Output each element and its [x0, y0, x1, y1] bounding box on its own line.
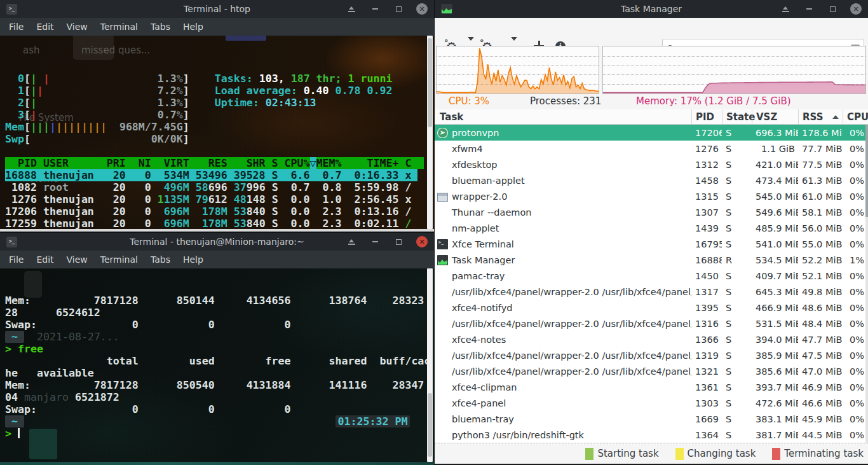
- taskmanager-titlebar[interactable]: Task Manager ✕: [435, 0, 868, 18]
- menu-item[interactable]: File: [3, 254, 30, 265]
- task-name-cell: xfce4-notes: [435, 335, 691, 345]
- shell-titlebar[interactable]: >_ Terminal - thenujan@Minion-manjaro:~ …: [0, 233, 434, 251]
- pid-cell: 1315: [691, 191, 722, 202]
- task-name-cell: xfce4-notifyd: [435, 303, 691, 313]
- minimize-button[interactable]: [369, 3, 381, 15]
- cpu-cell: 0%: [843, 144, 868, 154]
- table-row[interactable]: nm-applet 1439 S 485.9 MiB 56.0 MiB 0%: [435, 220, 868, 236]
- pid-cell: 1312: [691, 160, 722, 170]
- table-row[interactable]: xfce4-notifyd 1395 S 466.9 MiB 48.6 MiB …: [435, 300, 868, 316]
- table-row[interactable]: python3 /usr/bin/redshift-gtk 1364 S 381…: [435, 427, 868, 443]
- menu-item[interactable]: Help: [177, 22, 210, 32]
- task-icon: [437, 255, 448, 265]
- task-table-header: Task PID State VSZ RSS CPU: [435, 109, 868, 125]
- column-header-pid[interactable]: PID: [691, 109, 722, 124]
- desktop-wallpaper: [0, 462, 434, 465]
- cpu-cell: 0%: [843, 128, 868, 138]
- memory-usage-label: Memory: 17% (1.2 GiB / 7.5 GiB): [636, 95, 791, 107]
- shell-menubar: FileEditViewTerminalTabsHelp: [0, 251, 434, 268]
- table-row[interactable]: /usr/lib/xfce4/panel/wrapper-2.0 /usr/li…: [435, 363, 868, 379]
- table-row[interactable]: xfce4-notes 1366 S 394.0 MiB 47.7 MiB 0%: [435, 331, 868, 347]
- state-cell: S: [722, 223, 752, 233]
- table-row[interactable]: /usr/lib/xfce4/panel/wrapper-2.0 /usr/li…: [435, 316, 868, 331]
- table-row[interactable]: xfce4-panel 1303 S 472.6 MiB 46.6 MiB 0%: [435, 395, 868, 411]
- state-cell: S: [722, 319, 752, 329]
- table-row[interactable]: xfwm4 1276 S 1.1 GiB 77.7 MiB 0%: [435, 141, 868, 156]
- ghost-notification-bar: [226, 36, 266, 41]
- task-name-cell: protonvpn: [435, 128, 691, 138]
- rss-cell: 46.6 MiB: [798, 398, 843, 408]
- table-row[interactable]: blueman-tray 1669 S 383.1 MiB 45.9 MiB 0…: [435, 411, 868, 427]
- terminal-window-shell: >_ Terminal - thenujan@Minion-manjaro:~ …: [0, 233, 434, 462]
- htop-titlebar[interactable]: >_ Terminal - htop ✕: [0, 0, 434, 18]
- task-name-cell: python3 /usr/bin/redshift-gtk: [435, 430, 691, 440]
- close-button[interactable]: ✕: [416, 3, 428, 15]
- memory-usage-graph: [602, 46, 866, 94]
- sort-ascending-icon: [832, 115, 839, 119]
- task-table-scrollbar[interactable]: [865, 125, 868, 443]
- menu-item[interactable]: View: [60, 254, 94, 265]
- menu-item[interactable]: Tabs: [144, 254, 177, 265]
- state-cell: S: [722, 287, 752, 297]
- htop-screen[interactable]: ash missed ques... File System Home 0[| …: [0, 36, 434, 229]
- shell-line: 04 manjaro 6521872: [5, 391, 425, 403]
- htop-scrollbar[interactable]: [427, 36, 433, 229]
- task-name-cell: blueman-applet: [435, 176, 691, 186]
- vsz-cell: 381.7 MiB: [752, 430, 798, 440]
- table-row[interactable]: /usr/lib/xfce4/panel/wrapper-2.0 /usr/li…: [435, 284, 868, 300]
- shade-button[interactable]: [346, 236, 357, 247]
- menu-item[interactable]: Help: [177, 254, 210, 265]
- table-row[interactable]: wrapper-2.0 1315 S 545.0 MiB 61.0 MiB 0%: [435, 188, 868, 204]
- task-name-cell: /usr/lib/xfce4/panel/wrapper-2.0 /usr/li…: [435, 350, 691, 361]
- menu-item[interactable]: View: [60, 22, 94, 32]
- menu-item[interactable]: Edit: [30, 254, 60, 265]
- scrollbar-thumb[interactable]: [428, 393, 432, 457]
- window-resize-edge[interactable]: [0, 229, 434, 232]
- column-header-cpu[interactable]: CPU: [843, 109, 868, 124]
- table-row[interactable]: Thunar --daemon 1307 S 549.6 MiB 58.1 Mi…: [435, 204, 868, 220]
- shell-line: ~ 2021-08-27...: [5, 331, 425, 343]
- shell-scrollbar[interactable]: [427, 268, 433, 462]
- table-row[interactable]: protonvpn 17206 S 696.3 MiB 178.6 MiB 0%: [435, 125, 868, 141]
- shade-button[interactable]: [780, 3, 791, 15]
- legend-item: Terminating task: [772, 448, 864, 460]
- vsz-cell: 696.3 MiB: [752, 128, 798, 138]
- maximize-button[interactable]: [827, 3, 838, 15]
- task-name-cell: Thunar --daemon: [435, 207, 691, 218]
- column-header-rss[interactable]: RSS: [798, 109, 843, 124]
- close-button[interactable]: ✕: [850, 3, 862, 15]
- scrollbar-thumb[interactable]: [428, 38, 432, 127]
- table-row[interactable]: blueman-applet 1458 S 473.4 MiB 61.3 MiB…: [435, 172, 868, 188]
- table-row[interactable]: Xfce Terminal 16795 S 541.0 MiB 55.0 MiB…: [435, 236, 868, 252]
- vsz-cell: 549.6 MiB: [752, 207, 798, 218]
- column-header-state[interactable]: State: [722, 109, 752, 124]
- shade-button[interactable]: [346, 3, 357, 15]
- column-header-task[interactable]: Task: [435, 109, 691, 124]
- task-name-cell: xfce4-panel: [435, 398, 691, 408]
- column-header-vsz[interactable]: VSZ: [752, 109, 798, 124]
- menu-item[interactable]: File: [3, 22, 30, 32]
- menu-item[interactable]: Terminal: [94, 22, 144, 32]
- scrollbar-thumb[interactable]: [865, 125, 868, 217]
- pid-cell: 16795: [691, 239, 722, 249]
- menu-item[interactable]: Tabs: [144, 22, 177, 32]
- vsz-cell: 473.4 MiB: [752, 176, 798, 186]
- table-row[interactable]: /usr/lib/xfce4/panel/wrapper-2.0 /usr/li…: [435, 347, 868, 363]
- shell-screen[interactable]: Code Mem: 7817128 850144 4134656 138764 …: [0, 268, 434, 462]
- pid-cell: 1316: [691, 319, 722, 329]
- close-button[interactable]: ✕: [416, 236, 428, 247]
- minimize-button[interactable]: [369, 236, 381, 247]
- table-row[interactable]: pamac-tray 1450 S 409.7 MiB 52.1 MiB 0%: [435, 268, 868, 284]
- maximize-button[interactable]: [393, 236, 404, 247]
- cpu-cell: 0%: [843, 176, 868, 186]
- menu-item[interactable]: Edit: [30, 22, 60, 32]
- table-row[interactable]: Task Manager 16888 R 534.5 MiB 52.2 MiB …: [435, 252, 868, 268]
- maximize-button[interactable]: [393, 3, 404, 15]
- table-row[interactable]: xfdesktop 1312 S 421.0 MiB 77.5 MiB 0%: [435, 156, 868, 172]
- table-row[interactable]: xfce4-clipman 1361 S 393.7 MiB 46.9 MiB …: [435, 379, 868, 395]
- shell-line: total used free shared buff/cac: [5, 355, 425, 367]
- minimize-button[interactable]: [803, 3, 815, 15]
- pid-cell: 1366: [691, 335, 722, 345]
- terminal-app-icon: >_: [6, 4, 17, 15]
- menu-item[interactable]: Terminal: [94, 254, 144, 265]
